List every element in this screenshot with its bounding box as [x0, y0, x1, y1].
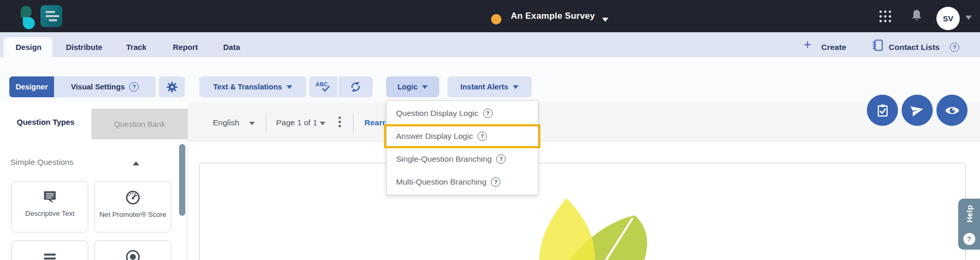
survey-tile-icon[interactable]: [40, 5, 62, 27]
create-button[interactable]: Create: [821, 43, 846, 52]
survey-title-caret-icon[interactable]: [602, 18, 608, 22]
avatar[interactable]: SV: [936, 7, 960, 30]
paper-plane-icon: [908, 101, 925, 119]
main-nav: Design Distribute Track Report Data + Cr…: [0, 32, 980, 57]
test-survey-button[interactable]: [867, 95, 898, 126]
settings-gear-button[interactable]: [159, 76, 185, 97]
help-tab[interactable]: Help ?: [958, 199, 980, 250]
page-menu-kebab-icon[interactable]: [338, 116, 341, 127]
help-icon[interactable]: ?: [483, 109, 493, 118]
logo-blob-bottom: [23, 17, 35, 29]
question-card-descriptive-text[interactable]: Descriptive Text: [11, 181, 88, 232]
clipboard-check-icon: [876, 103, 890, 118]
text-translations-button[interactable]: Text & Translations: [199, 76, 306, 97]
question-card-net-promoter-score[interactable]: Net Promoter® Score: [94, 181, 171, 232]
visual-settings-button[interactable]: Visual Settings ?: [54, 76, 156, 97]
radio-icon: [125, 249, 141, 260]
notifications-bell-icon[interactable]: [909, 8, 924, 24]
eye-icon: [944, 102, 960, 119]
builder-toolbar: Designer Visual Settings ?: [0, 57, 980, 102]
page-selector[interactable]: Page 1 of 1: [276, 118, 317, 127]
question-card-label: Descriptive Text: [15, 209, 85, 218]
topbar: An Example Survey SV: [0, 0, 980, 32]
tab-question-types[interactable]: Question Types: [0, 102, 91, 141]
sidebar-tabs: Question Types Question Bank: [0, 102, 188, 141]
menu-item-question-display-logic[interactable]: Question Display Logic ?: [387, 102, 538, 125]
tab-track[interactable]: Track: [126, 43, 146, 51]
page-caret-icon[interactable]: [320, 122, 325, 125]
language-selector[interactable]: English: [213, 118, 239, 127]
spellcheck-abc-icon: ABC: [316, 81, 331, 93]
question-card-label: Net Promoter® Score: [98, 210, 168, 219]
tab-question-bank[interactable]: Question Bank: [91, 109, 188, 139]
help-icon[interactable]: ?: [491, 177, 500, 187]
sidebar-scrollbar[interactable]: [179, 144, 185, 216]
app-grid-icon[interactable]: [878, 9, 892, 23]
alchemer-survey-builder: An Example Survey SV Design Distribute T…: [0, 0, 980, 260]
survey-status-dot: [491, 14, 501, 24]
visual-settings-help-icon[interactable]: ?: [129, 82, 139, 92]
tab-data[interactable]: Data: [223, 43, 240, 51]
question-card-textbox[interactable]: [11, 240, 88, 260]
menu-item-single-question-branching[interactable]: Single-Question Branching ?: [387, 148, 538, 171]
logo-blob-top: [21, 6, 32, 18]
swap-arrows-icon: [349, 81, 362, 93]
gauge-icon: [125, 190, 141, 205]
survey-title[interactable]: An Example Survey: [511, 11, 595, 21]
divider: [266, 113, 266, 133]
collapse-caret-icon[interactable]: [133, 161, 139, 165]
question-card-radio[interactable]: [94, 240, 171, 260]
help-label: Help: [965, 205, 974, 223]
contact-lists-button[interactable]: Contact Lists: [889, 43, 940, 52]
chevron-down-icon: [287, 85, 292, 89]
help-question-icon: ?: [963, 233, 975, 245]
contact-lists-icon[interactable]: [871, 38, 884, 52]
tab-design[interactable]: Design: [16, 43, 42, 51]
chevron-down-icon: [422, 85, 428, 89]
section-simple-questions: Simple Questions: [10, 158, 73, 167]
chevron-down-icon: [513, 85, 519, 89]
menu-item-multi-question-branching[interactable]: Multi-Question Branching ?: [387, 171, 538, 193]
logic-button[interactable]: Logic: [386, 76, 439, 97]
contact-lists-help-icon[interactable]: ?: [950, 43, 959, 52]
leaves-illustration: [527, 196, 651, 260]
share-survey-button[interactable]: [902, 95, 933, 126]
preview-survey-button[interactable]: [936, 95, 968, 126]
gear-icon: [166, 81, 178, 93]
tab-report[interactable]: Report: [173, 43, 198, 51]
divider: [353, 113, 353, 133]
menu-item-answer-display-logic[interactable]: Answer Display Logic ?: [387, 125, 538, 148]
designer-button[interactable]: Designer: [9, 76, 54, 97]
find-replace-button[interactable]: [338, 76, 373, 97]
tab-distribute[interactable]: Distribute: [66, 43, 102, 51]
survey-canvas[interactable]: [199, 163, 966, 260]
textbox-icon: [42, 249, 58, 260]
language-caret-icon[interactable]: [249, 122, 255, 125]
help-icon[interactable]: ?: [496, 154, 506, 164]
chat-text-icon: [42, 190, 58, 204]
spellcheck-button[interactable]: ABC: [309, 76, 337, 97]
logic-dropdown-menu: Question Display Logic ? Answer Display …: [386, 100, 538, 195]
instant-alerts-button[interactable]: Instant Alerts: [447, 76, 532, 97]
sidebar-divider: [187, 141, 188, 260]
avatar-caret-icon[interactable]: [965, 16, 972, 20]
plus-icon[interactable]: +: [804, 36, 811, 53]
help-icon[interactable]: ?: [478, 132, 487, 141]
